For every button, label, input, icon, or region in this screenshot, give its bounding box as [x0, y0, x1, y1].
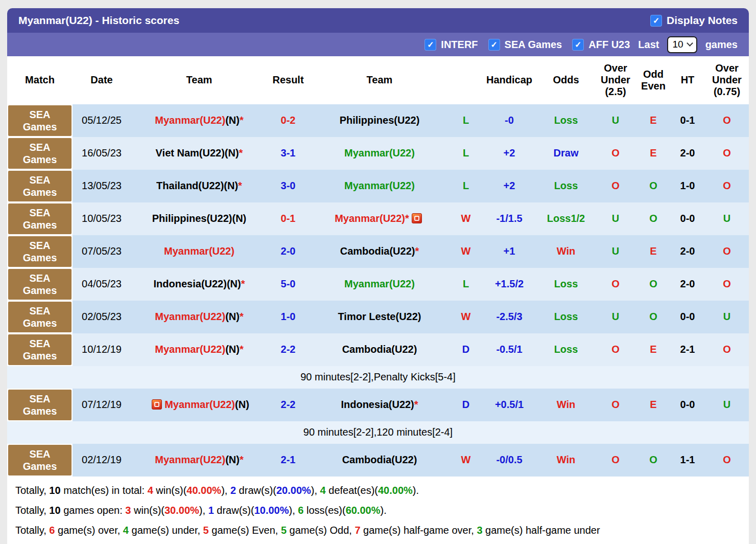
table-row[interactable]: SEA Games13/05/23Thailand(U22)(N)*3-0Mya… — [7, 170, 749, 202]
table-row[interactable]: SEA Games02/05/23Myanmar(U22)(N)*1-0Timo… — [7, 301, 749, 333]
wdl-cell: D — [451, 333, 481, 366]
team-name: Thailand(U22) — [156, 180, 224, 191]
team-star: * — [240, 311, 244, 322]
home-team-cell: Myanmar(U22)(N)* — [131, 104, 268, 137]
table-row[interactable]: SEA Games07/05/23Myanmar(U22)2-0Cambodia… — [7, 235, 749, 268]
odd-even-cell: E — [636, 235, 670, 268]
team-suffix: (N) — [235, 399, 249, 410]
summary-segment: Totally, — [15, 525, 49, 536]
wdl-cell: W — [451, 235, 481, 268]
match-cell: SEA Games — [7, 202, 73, 235]
competition-label: SEA Games — [20, 393, 60, 417]
checkbox-icon[interactable]: ✓ — [488, 39, 500, 51]
note-row: 90 minutes[2-2],Penalty Kicks[5-4] — [7, 366, 749, 389]
match-cell: SEA Games — [7, 137, 73, 170]
ht-cell: 0-0 — [670, 389, 705, 421]
historic-scores-panel: Myanmar(U22) - Historic scores ✓ Display… — [7, 8, 749, 544]
chevron-down-icon — [687, 40, 693, 47]
summary-segment: game(s) half-game under — [483, 525, 600, 536]
title-bar: Myanmar(U22) - Historic scores ✓ Display… — [7, 8, 749, 33]
odds-cell: Win — [537, 389, 595, 421]
team-suffix: (N) — [224, 180, 238, 191]
table-row[interactable]: SEA Games10/05/23Philippines(U22)(N)0-1M… — [7, 202, 749, 235]
handicap-cell: +2 — [481, 170, 537, 202]
team-star: * — [414, 399, 418, 410]
summary-line: Totally, 10 games open: 3 win(s)(30.00%)… — [15, 501, 741, 520]
col-result: Result — [268, 56, 309, 104]
checkbox-icon[interactable]: ✓ — [424, 39, 436, 51]
competition-badge: SEA Games — [8, 302, 72, 332]
ht-cell: 2-0 — [670, 235, 705, 268]
historic-scores-table: Match Date Team Result Team Handicap Odd… — [7, 56, 749, 477]
filter-interf[interactable]: ✓INTERF — [424, 39, 478, 51]
match-date: 04/05/23 — [73, 268, 131, 301]
handicap-cell: -0 — [481, 104, 537, 137]
summary-segment: 10.00% — [254, 505, 289, 516]
home-team-cell: Viet Nam(U22)(N)* — [131, 137, 268, 170]
competition-badge: SEA Games — [8, 390, 72, 420]
filter-sea-games[interactable]: ✓SEA Games — [488, 39, 562, 51]
team-suffix: (N) — [225, 147, 239, 158]
wdl-cell: W — [451, 301, 481, 333]
result-cell: 2-2 — [268, 389, 309, 421]
summary-segment: Totally, — [15, 505, 49, 516]
table-row[interactable]: SEA Games16/05/23Viet Nam(U22)(N)*3-1Mya… — [7, 137, 749, 170]
table-row[interactable]: SEA Games05/12/25Myanmar(U22)(N)*0-2Phil… — [7, 104, 749, 137]
table-row[interactable]: SEA Games10/12/19Myanmar(U22)(N)*2-2Camb… — [7, 333, 749, 366]
wdl-cell: L — [451, 104, 481, 137]
match-date: 10/05/23 — [73, 202, 131, 235]
team-name: Cambodia(U22) — [342, 344, 417, 355]
team-name: Indonesia(U22) — [341, 399, 414, 410]
col-match: Match — [7, 56, 73, 104]
checkbox-icon[interactable]: ✓ — [572, 39, 584, 51]
filter-aff-u23[interactable]: ✓AFF U23 — [572, 39, 630, 51]
summary-segment: 5 — [203, 525, 209, 536]
odds-cell: Loss — [537, 104, 595, 137]
over-under-075-cell: O — [705, 235, 749, 268]
away-team-cell: Myanmar(U22) — [309, 137, 451, 170]
match-date: 02/12/19 — [73, 444, 131, 477]
table-row[interactable]: SEA Games02/12/19Myanmar(U22)(N)*2-1Camb… — [7, 444, 749, 477]
display-notes-toggle[interactable]: ✓ Display Notes — [650, 14, 738, 27]
home-team-cell: Thailand(U22)(N)* — [131, 170, 268, 202]
summary-segment: ). — [413, 485, 419, 496]
note-text: 90 minutes[2-2],Penalty Kicks[5-4] — [7, 366, 749, 389]
ht-cell: 2-1 — [670, 333, 705, 366]
summary-segment: game(s) Odd, — [287, 525, 355, 536]
col-away-team: Team — [309, 56, 451, 104]
handicap-cell: -2.5/3 — [481, 301, 537, 333]
summary-segment: defeat(es)( — [326, 485, 378, 496]
result-cell: 0-1 — [268, 202, 309, 235]
result-cell: 3-0 — [268, 170, 309, 202]
summary-segment: 40.00% — [186, 485, 221, 496]
team-name: Myanmar(U22) — [164, 399, 235, 410]
odds-cell: Loss — [537, 170, 595, 202]
summary-segment: 60.00% — [346, 505, 381, 516]
last-games-select[interactable]: 10 — [667, 36, 697, 53]
match-date: 10/12/19 — [73, 333, 131, 366]
card-icon — [412, 213, 422, 223]
summary-segment: Totally, — [15, 485, 49, 496]
summary-segment: 6 — [49, 525, 55, 536]
display-notes-checkbox[interactable]: ✓ — [650, 15, 662, 27]
summary-segment: game(s) Even, — [209, 525, 281, 536]
away-team-cell: Philippines(U22) — [309, 104, 451, 137]
team-name: Myanmar(U22) — [155, 311, 225, 322]
match-date: 05/12/25 — [73, 104, 131, 137]
over-under-25-cell: U — [595, 235, 636, 268]
table-row[interactable]: SEA Games04/05/23Indonesia(U22)(N)*5-0My… — [7, 268, 749, 301]
away-team-cell: Myanmar(U22) — [309, 170, 451, 202]
home-team-cell: Myanmar(U22)(N) — [131, 389, 268, 421]
competition-badge: SEA Games — [8, 334, 72, 365]
result-cell: 5-0 — [268, 268, 309, 301]
competition-label: SEA Games — [20, 239, 60, 264]
odds-cell: Win — [537, 235, 595, 268]
competition-badge: SEA Games — [8, 171, 72, 201]
wdl-cell: D — [451, 389, 481, 421]
team-name: Cambodia(U22) — [340, 245, 415, 257]
summary-segment: win(s)( — [153, 485, 187, 496]
last-label: Last — [638, 39, 659, 51]
summary-segment: game(s) over, — [55, 525, 123, 536]
table-row[interactable]: SEA Games07/12/19Myanmar(U22)(N)2-2Indon… — [7, 389, 749, 421]
team-suffix: (N) — [225, 311, 240, 322]
